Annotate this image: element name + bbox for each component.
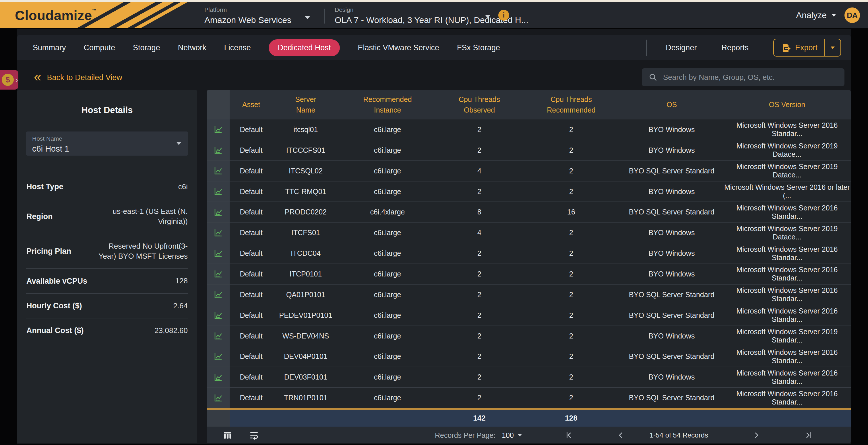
table-cell: c6i.large (339, 388, 436, 408)
export-button[interactable]: Export (773, 39, 841, 57)
line-chart-icon[interactable] (207, 326, 229, 346)
server-row[interactable]: DefaultWS-DEV04NSc6i.large22BYO WindowsM… (207, 326, 851, 347)
line-chart-icon[interactable] (207, 161, 229, 181)
line-chart-icon[interactable] (207, 346, 229, 367)
tab-license[interactable]: License (224, 43, 251, 52)
table-cell: 2 (522, 367, 620, 387)
brand-wordmark: Cloudamize™ (15, 7, 96, 23)
table-cell: 2 (522, 264, 620, 284)
host-detail-host-type: Host Typec6i (26, 175, 188, 199)
designer-link[interactable]: Designer (665, 43, 696, 52)
tab-summary[interactable]: Summary (33, 43, 66, 52)
line-chart-icon[interactable] (207, 367, 229, 387)
table-cell: 2 (436, 326, 522, 346)
server-row[interactable]: DefaultPEDEV01P0101c6i.large22BYO SQL Se… (207, 305, 851, 326)
header-os[interactable]: OS (620, 90, 723, 119)
reports-link[interactable]: Reports (721, 43, 749, 52)
server-row[interactable]: DefaultITCDC04c6i.large22BYO WindowsMicr… (207, 243, 851, 264)
server-row[interactable]: DefaultITCSQL02c6i.large42BYO SQL Server… (207, 161, 851, 181)
table-cell: c6i.large (339, 285, 436, 305)
server-row[interactable]: DefaultPRODC0202c6i.4xlarge816BYO SQL Se… (207, 202, 851, 222)
total-cell: 142 (436, 410, 522, 426)
table-cell: 4 (436, 222, 522, 243)
tab-network[interactable]: Network (178, 43, 206, 52)
tab-compute[interactable]: Compute (84, 43, 115, 52)
search-box[interactable] (642, 68, 844, 86)
columns-icon[interactable] (223, 431, 232, 440)
tab-fsx-storage[interactable]: FSx Storage (457, 43, 500, 52)
platform-value: Amazon Web Services (205, 15, 319, 25)
table-cell: BYO SQL Server Standard (620, 285, 723, 305)
header-cpu-threads-observed[interactable]: Cpu Threads Observed (436, 90, 522, 119)
header-recommended-instance[interactable]: Recommended Instance (339, 90, 436, 119)
host-name-select[interactable]: Host Name c6i Host 1 (26, 131, 188, 156)
export-label: Export (795, 43, 817, 52)
server-row[interactable]: DefaultITCP0101c6i.large22BYO WindowsMic… (207, 264, 851, 285)
table-cell: 2 (436, 264, 522, 284)
cost-drawer-tab[interactable]: $ › (0, 70, 19, 90)
server-row[interactable]: DefaultITCCCFS01c6i.large22BYO WindowsMi… (207, 140, 851, 161)
total-cell (273, 410, 339, 426)
header-os-version[interactable]: OS Version (723, 90, 851, 119)
table-header-row: AssetServer NameRecommended InstanceCpu … (207, 90, 851, 119)
table-cell: Microsoft Windows Server 2016 Standar... (723, 346, 851, 367)
wrap-text-icon[interactable] (249, 431, 259, 440)
table-cell: Microsoft Windows Server 2019 Standar... (723, 326, 851, 346)
last-page-button[interactable] (804, 427, 812, 443)
design-value: OLA 7 - Workload, 3 Year RI (NUP), Dedic… (335, 15, 481, 25)
tab-elastic-vmware-service[interactable]: Elastic VMware Service (358, 43, 439, 52)
user-avatar[interactable]: DA (844, 7, 860, 23)
table-cell: c6i.4xlarge (339, 202, 436, 222)
line-chart-icon[interactable] (207, 202, 229, 222)
tab-storage[interactable]: Storage (133, 43, 160, 52)
total-icon-cell (207, 410, 229, 426)
host-detail-hourly-cost: Hourly Cost ($)2.64 (26, 294, 188, 318)
table-cell: 2 (436, 243, 522, 264)
table-cell: c6i.large (339, 222, 436, 243)
chart-column-header (207, 90, 229, 119)
line-chart-icon[interactable] (207, 388, 229, 408)
server-row[interactable]: DefaultTRN01P0101c6i.large22BYO SQL Serv… (207, 388, 851, 408)
analyze-menu[interactable]: Analyze (796, 10, 836, 20)
line-chart-icon[interactable] (207, 243, 229, 264)
design-select[interactable]: Design OLA 7 - Workload, 3 Year RI (NUP)… (335, 6, 481, 25)
line-chart-icon[interactable] (207, 181, 229, 202)
table-cell: 4 (436, 161, 522, 181)
first-page-button[interactable] (565, 427, 574, 443)
header-asset[interactable]: Asset (229, 90, 273, 119)
records-per-page-label: Records Per Page: (435, 431, 495, 440)
total-cell (723, 410, 851, 426)
server-row[interactable]: DefaultQA01P0101c6i.large22BYO SQL Serve… (207, 285, 851, 305)
server-row[interactable]: DefaultDEV04P0101c6i.large22BYO SQL Serv… (207, 346, 851, 367)
line-chart-icon[interactable] (207, 140, 229, 160)
table-cell: 2 (436, 388, 522, 408)
records-per-page-select[interactable]: 100 (502, 431, 522, 440)
line-chart-icon[interactable] (207, 305, 229, 326)
table-cell: Default (229, 305, 273, 326)
server-row[interactable]: DefaultITCFS01c6i.large42BYO WindowsMicr… (207, 222, 851, 243)
export-dropdown-caret[interactable] (825, 47, 840, 49)
header-cpu-threads-recommended[interactable]: Cpu Threads Recommended (522, 90, 620, 119)
search-input[interactable] (662, 72, 838, 82)
table-cell: c6i.large (339, 305, 436, 326)
server-row[interactable]: Defaultitcsql01c6i.large22BYO WindowsMic… (207, 119, 851, 140)
tab-dedicated-host[interactable]: Dedicated Host (269, 39, 340, 56)
design-label: Design (335, 6, 481, 13)
server-row[interactable]: DefaultDEV03F0101c6i.large22BYO WindowsM… (207, 367, 851, 388)
header-server-name[interactable]: Server Name (273, 90, 339, 119)
platform-select[interactable]: Platform Amazon Web Services (205, 6, 319, 25)
back-to-detailed-view-link[interactable]: « Back to Detailed View (34, 72, 122, 83)
line-chart-icon[interactable] (207, 222, 229, 243)
server-row[interactable]: DefaultTTC-RMQ01c6i.large22BYO WindowsMi… (207, 181, 851, 202)
chevron-down-icon[interactable] (305, 16, 310, 19)
table-cell: 2 (436, 346, 522, 367)
table-cell: BYO Windows (620, 181, 723, 202)
chevron-down-icon[interactable] (485, 15, 490, 18)
next-page-button[interactable] (752, 427, 761, 443)
line-chart-icon[interactable] (207, 285, 229, 305)
previous-page-button[interactable] (617, 427, 625, 443)
table-cell: BYO SQL Server Standard (620, 388, 723, 408)
line-chart-icon[interactable] (207, 119, 229, 140)
line-chart-icon[interactable] (207, 264, 229, 284)
info-icon[interactable]: i (498, 10, 509, 21)
